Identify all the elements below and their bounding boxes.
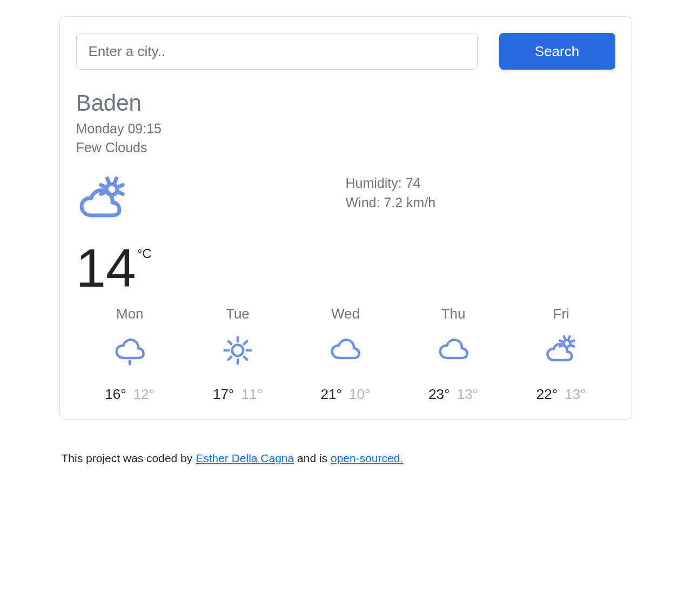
forecast-day-max: 23°	[428, 386, 450, 402]
forecast-day-temps: 23° 13°	[399, 386, 507, 403]
svg-line-5	[107, 179, 109, 182]
forecast-day-max: 22°	[536, 386, 558, 402]
forecast-day-name: Wed	[292, 306, 400, 322]
svg-line-19	[560, 346, 562, 347]
forecast-day-max: 16°	[105, 386, 126, 402]
svg-line-11	[229, 357, 231, 360]
forecast-day-max: 17°	[213, 386, 234, 402]
forecast-day-name: Tue	[184, 306, 292, 322]
footer-source-link[interactable]: open-sourced.	[331, 452, 403, 464]
svg-line-17	[571, 341, 574, 342]
svg-point-7	[232, 345, 243, 356]
overview: Baden Monday 09:15 Few Clouds	[76, 90, 615, 157]
forecast-day: Fri 22° 13°	[507, 306, 615, 403]
svg-line-20	[560, 341, 562, 342]
forecast-day-icon	[292, 333, 400, 370]
forecast-day-icon	[507, 333, 615, 370]
svg-line-22	[568, 336, 569, 339]
svg-line-15	[244, 341, 247, 344]
forecast-day-temps: 16° 12°	[76, 386, 184, 403]
forecast-day-icon	[76, 333, 184, 370]
svg-line-6	[115, 179, 116, 182]
current-date: Monday 09:15	[76, 119, 615, 138]
forecast-day-name: Fri	[507, 306, 615, 322]
search-button[interactable]: Search	[499, 33, 615, 70]
weather-widget: Search Baden Monday 09:15 Few Clouds 14 …	[59, 16, 632, 419]
forecast-day-min: 13°	[565, 386, 586, 402]
forecast-day-temps: 21° 10°	[292, 386, 400, 403]
current-weather-icon	[76, 173, 346, 227]
city-search-input[interactable]	[76, 33, 478, 70]
footer-text-middle: and is	[294, 452, 331, 464]
svg-line-2	[118, 192, 122, 194]
city-name: Baden	[76, 90, 615, 116]
svg-line-9	[244, 357, 247, 360]
search-form: Search	[76, 33, 615, 70]
forecast-day-name: Thu	[399, 306, 507, 322]
forecast-day: Wed 21° 10°	[292, 306, 400, 403]
footer: This project was coded by Esther Della C…	[59, 452, 632, 465]
current-temperature: 14 °C	[76, 241, 346, 295]
forecast-day-icon	[184, 333, 292, 370]
temperature-unit: °C	[137, 246, 152, 261]
footer-text-prefix: This project was coded by	[62, 452, 196, 464]
svg-line-21	[564, 336, 565, 339]
wind: Wind: 7.2 km/h	[346, 193, 615, 212]
svg-line-13	[229, 341, 231, 344]
svg-line-3	[100, 192, 104, 194]
humidity: Humidity: 74	[346, 173, 615, 193]
svg-line-4	[100, 185, 104, 187]
forecast-day-min: 11°	[241, 386, 263, 402]
temperature-value: 14	[76, 241, 136, 295]
current-description: Few Clouds	[76, 138, 615, 157]
forecast-day-temps: 22° 13°	[507, 386, 615, 403]
forecast-day-icon	[399, 333, 507, 370]
footer-author-link[interactable]: Esther Della Cagna	[196, 452, 294, 464]
forecast-day: Thu 23° 13°	[399, 306, 507, 403]
forecast-day-min: 10°	[349, 386, 370, 402]
forecast-day-max: 21°	[321, 386, 342, 402]
forecast-day: Tue 17° 11°	[184, 306, 292, 403]
svg-line-1	[118, 185, 122, 187]
forecast-day-min: 12°	[133, 386, 155, 402]
forecast: Mon 16° 12° Tue 17° 11° Wed 21° 10° Thu …	[76, 306, 615, 403]
forecast-day: Mon 16° 12°	[76, 306, 184, 403]
forecast-day-name: Mon	[76, 306, 184, 322]
forecast-day-temps: 17° 11°	[184, 386, 292, 403]
forecast-day-min: 13°	[457, 386, 478, 402]
current-conditions: 14 °C Humidity: 74 Wind: 7.2 km/h	[76, 173, 615, 295]
svg-line-18	[571, 346, 574, 347]
